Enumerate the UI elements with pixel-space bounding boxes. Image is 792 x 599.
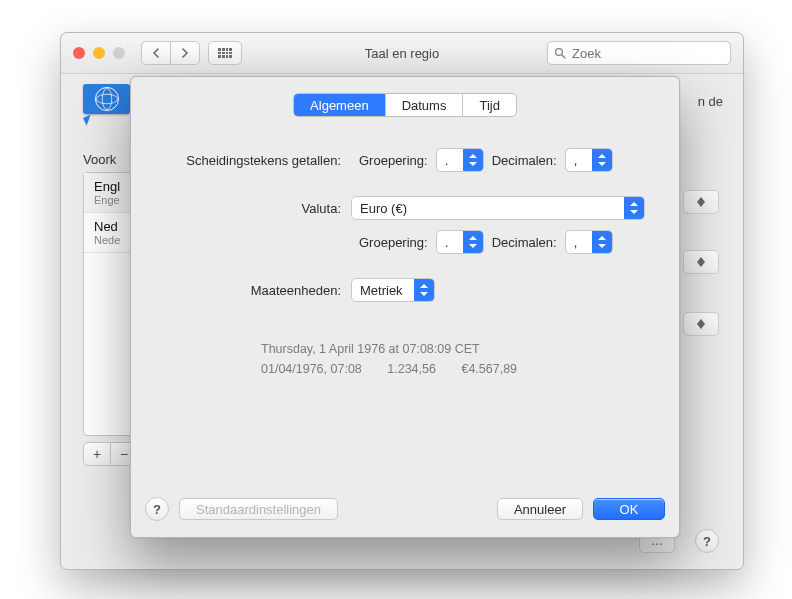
show-all-button[interactable] (208, 41, 242, 65)
preview-line-1: Thursday, 1 April 1976 at 07:08:09 CET (261, 339, 679, 359)
number-decimal-popup[interactable]: , (565, 148, 613, 172)
form-general: Scheidingstekens getallen: Groepering: .… (131, 143, 679, 379)
search-field[interactable] (547, 41, 731, 65)
label-grouping: Groepering: (351, 153, 436, 168)
titlebar: Taal en regio (61, 33, 743, 74)
add-language-button[interactable]: + (83, 442, 111, 466)
cancel-button[interactable]: Annuleer (497, 498, 583, 520)
number-grouping-value: . (437, 153, 463, 168)
label-decimals: Decimalen: (484, 153, 565, 168)
defaults-button[interactable]: Standaardinstellingen (179, 498, 338, 520)
stepper-icon (696, 197, 706, 207)
format-preview: Thursday, 1 April 1976 at 07:08:09 CET 0… (261, 339, 679, 379)
nav-buttons (141, 41, 200, 65)
units-popup[interactable]: Metriek (351, 278, 435, 302)
svg-point-0 (556, 49, 563, 56)
currency-decimal-popup[interactable]: , (565, 230, 613, 254)
preview-currency: €4.567,89 (461, 359, 517, 379)
back-button[interactable] (141, 41, 170, 65)
currency-value: Euro (€) (352, 201, 624, 216)
chevron-updown-icon (463, 231, 483, 253)
stub-popup[interactable] (683, 190, 719, 214)
number-grouping-popup[interactable]: . (436, 148, 484, 172)
help-button[interactable]: ? (695, 529, 719, 553)
header-hint-fragment: n de (698, 94, 723, 109)
tab-tijd[interactable]: Tijd (462, 94, 515, 116)
globe-icon (95, 87, 119, 111)
currency-popup[interactable]: Euro (€) (351, 196, 645, 220)
currency-grouping-value: . (437, 235, 463, 250)
close-window-button[interactable] (73, 47, 85, 59)
search-input[interactable] (570, 45, 724, 62)
grid-icon (218, 48, 232, 58)
forward-button[interactable] (170, 41, 200, 65)
label-currency: Valuta: (131, 201, 351, 216)
currency-decimal-value: , (566, 235, 592, 250)
preview-number: 1.234,56 (387, 359, 436, 379)
units-value: Metriek (352, 283, 414, 298)
sheet-tabs: Algemeen Datums Tijd (293, 93, 517, 117)
label-number-separators: Scheidingstekens getallen: (131, 153, 351, 168)
stub-popup[interactable] (683, 250, 719, 274)
chevron-updown-icon (592, 149, 612, 171)
tab-datums[interactable]: Datums (385, 94, 463, 116)
chevron-updown-icon (463, 149, 483, 171)
traffic-lights (73, 47, 125, 59)
svg-line-1 (562, 55, 565, 58)
preview-date: 01/04/1976, 07:08 (261, 359, 362, 379)
stepper-icon (696, 257, 706, 267)
currency-grouping-popup[interactable]: . (436, 230, 484, 254)
chevron-right-icon (181, 48, 189, 58)
stub-popup[interactable] (683, 312, 719, 336)
chevron-left-icon (152, 48, 160, 58)
tab-algemeen[interactable]: Algemeen (294, 94, 385, 116)
chevron-updown-icon (624, 197, 644, 219)
label-grouping: Groepering: (351, 235, 436, 250)
region-flag-icon (83, 84, 130, 114)
label-decimals: Decimalen: (484, 235, 565, 250)
sheet-footer: ? Standaardinstellingen Annuleer OK (145, 495, 665, 523)
chevron-updown-icon (414, 279, 434, 301)
zoom-window-button[interactable] (113, 47, 125, 59)
label-units: Maateenheden: (131, 283, 351, 298)
number-decimal-value: , (566, 153, 592, 168)
search-icon (554, 47, 566, 59)
advanced-sheet: Algemeen Datums Tijd Scheidingstekens ge… (130, 76, 680, 538)
sheet-help-button[interactable]: ? (145, 497, 169, 521)
chevron-updown-icon (592, 231, 612, 253)
preferred-languages-label: Voork (83, 152, 116, 167)
minimize-window-button[interactable] (93, 47, 105, 59)
stepper-icon (696, 319, 706, 329)
ok-button[interactable]: OK (593, 498, 665, 520)
